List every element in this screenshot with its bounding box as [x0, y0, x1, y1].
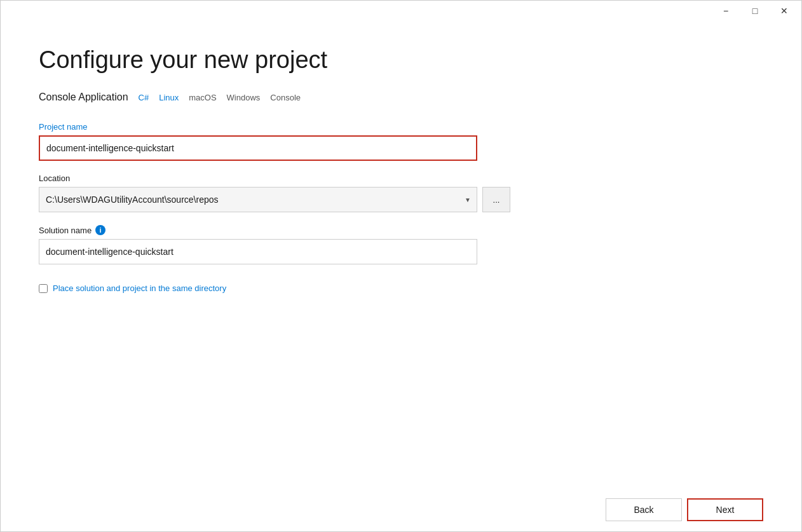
project-name-label: Project name [39, 122, 763, 132]
tag-windows: Windows [227, 93, 261, 102]
maximize-button[interactable]: □ [740, 1, 770, 21]
next-button[interactable]: Next [687, 498, 763, 521]
back-button[interactable]: Back [606, 498, 682, 521]
project-type-label: Console Application [39, 92, 128, 103]
tag-console: Console [270, 93, 301, 102]
solution-name-label-row: Solution name i [39, 225, 763, 235]
main-content: Configure your new project Console Appli… [1, 21, 801, 488]
location-label: Location [39, 174, 763, 183]
browse-button[interactable]: ... [482, 187, 510, 212]
tag-csharp: C# [139, 93, 149, 102]
subtitle-row: Console Application C# Linux macOS Windo… [39, 92, 763, 103]
project-name-input[interactable] [39, 135, 477, 161]
info-icon: i [95, 225, 105, 235]
same-directory-row: Place solution and project in the same d… [39, 283, 763, 293]
solution-name-section: Solution name i [39, 225, 763, 264]
tag-linux: Linux [159, 93, 179, 102]
page-title: Configure your new project [39, 46, 763, 74]
minimize-button[interactable]: − [711, 1, 740, 21]
solution-name-input[interactable] [39, 239, 477, 264]
tag-macos: macOS [189, 93, 216, 102]
solution-name-label: Solution name [39, 226, 92, 235]
title-bar: − □ ✕ [1, 1, 801, 21]
project-name-section: Project name [39, 122, 763, 161]
location-select-wrapper: C:\Users\WDAGUtilityAccount\source\repos… [39, 187, 477, 212]
location-section: Location C:\Users\WDAGUtilityAccount\sou… [39, 174, 763, 212]
same-directory-checkbox[interactable] [39, 284, 48, 293]
footer: Back Next [1, 488, 801, 531]
main-window: − □ ✕ Configure your new project Console… [0, 0, 802, 532]
location-select[interactable]: C:\Users\WDAGUtilityAccount\source\repos [39, 187, 477, 212]
same-directory-label[interactable]: Place solution and project in the same d… [53, 283, 226, 293]
location-row: C:\Users\WDAGUtilityAccount\source\repos… [39, 187, 763, 212]
close-button[interactable]: ✕ [770, 1, 799, 21]
